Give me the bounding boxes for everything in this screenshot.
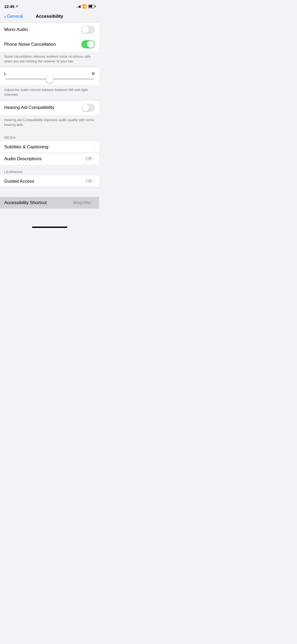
audio-desc-label: Audio Descriptions xyxy=(4,156,42,162)
status-time: 12:45 ↗ xyxy=(4,4,18,9)
back-button[interactable]: ‹ General xyxy=(4,14,23,19)
subtitles-captioning-row[interactable]: Subtitles & Captioning › xyxy=(0,141,99,153)
section-media-label: MEDIA xyxy=(4,136,16,140)
hearing-aid-label: Hearing Aid Compatibility xyxy=(4,105,54,110)
balance-description: Adjust the audio volume balance between … xyxy=(0,85,99,100)
balance-label-l: L xyxy=(4,71,6,76)
audio-descriptions-row[interactable]: Audio Descriptions Off › xyxy=(0,153,99,165)
noise-cancellation-toggle[interactable] xyxy=(81,40,95,48)
media-section-header: MEDIA xyxy=(0,130,99,141)
guided-access-row[interactable]: Guided Access Off › xyxy=(0,176,99,187)
time-display: 12:45 xyxy=(4,4,14,9)
shortcut-value: Magnifier xyxy=(73,200,92,205)
signal-strength xyxy=(76,5,81,8)
slider-thumb[interactable] xyxy=(46,75,53,83)
page-title: Accessibility xyxy=(36,14,63,19)
location-icon: ↗ xyxy=(15,4,18,8)
phone-noise-cancellation-row: Phone Noise Cancellation xyxy=(0,37,99,52)
learning-section-header: LEARNING xyxy=(0,165,99,176)
chevron-right-icon: › xyxy=(93,200,95,205)
mono-audio-toggle[interactable] xyxy=(81,26,95,34)
noise-cancellation-desc-text: Noise cancellation reduces ambient noise… xyxy=(4,54,91,63)
accessibility-shortcut-label: Accessibility Shortcut xyxy=(4,200,47,205)
back-label: General xyxy=(7,14,23,19)
noise-cancellation-label: Phone Noise Cancellation xyxy=(4,42,56,47)
gap-block xyxy=(0,187,99,197)
subtitles-right: › xyxy=(93,144,95,150)
chevron-right-icon: › xyxy=(93,144,95,150)
wifi-icon: 📶 xyxy=(82,4,87,8)
hearing-aid-description: Hearing Aid Compatibility improves audio… xyxy=(0,115,99,130)
balance-label-r: R xyxy=(92,71,95,76)
guided-access-right: Off › xyxy=(86,179,95,184)
subtitles-label: Subtitles & Captioning xyxy=(4,144,48,150)
back-chevron-icon: ‹ xyxy=(4,14,6,19)
audio-balance-section: L R xyxy=(0,67,99,85)
audio-desc-value: Off xyxy=(86,156,92,162)
home-indicator xyxy=(0,224,99,230)
hearing-aid-desc-text: Hearing Aid Compatibility improves audio… xyxy=(4,118,94,127)
status-bar: 12:45 ↗ 📶 xyxy=(0,0,99,12)
battery-icon xyxy=(88,5,95,8)
section-learning-label: LEARNING xyxy=(4,170,23,174)
audio-desc-right: Off › xyxy=(86,156,95,162)
status-icons: 📶 xyxy=(76,4,95,8)
bottom-gap xyxy=(0,209,99,224)
guided-access-label: Guided Access xyxy=(4,179,34,184)
toggle-thumb xyxy=(87,41,94,48)
chevron-right-icon: › xyxy=(93,156,95,162)
nav-bar: ‹ General Accessibility xyxy=(0,12,99,22)
mono-audio-label: Mono Audio xyxy=(4,27,28,32)
audio-balance-slider[interactable] xyxy=(5,79,94,80)
hearing-aid-row: Hearing Aid Compatibility xyxy=(0,100,99,115)
noise-cancellation-description: Noise cancellation reduces ambient noise… xyxy=(0,52,99,67)
slider-fill xyxy=(5,79,50,80)
guided-access-value: Off xyxy=(86,179,92,184)
hearing-aid-toggle[interactable] xyxy=(81,104,95,112)
home-bar xyxy=(32,227,67,228)
chevron-right-icon: › xyxy=(93,179,95,184)
shortcut-right: Magnifier › xyxy=(73,200,95,205)
toggle-thumb xyxy=(82,26,89,33)
balance-desc-text: Adjust the audio volume balance between … xyxy=(4,88,88,96)
mono-audio-row: Mono Audio xyxy=(0,22,99,37)
accessibility-shortcut-row[interactable]: Accessibility Shortcut Magnifier › xyxy=(0,197,99,209)
toggle-thumb xyxy=(82,104,89,111)
